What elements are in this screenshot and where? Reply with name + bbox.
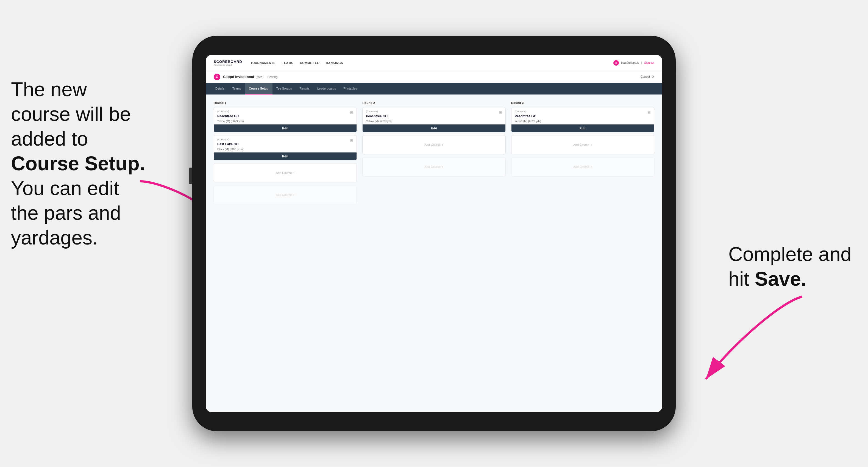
tablet-screen: SCOREBOARD Powered by clippd TOURNAMENTS… bbox=[206, 55, 662, 412]
sub-nav: Details Teams Course Setup Tee Groups Re… bbox=[206, 83, 662, 94]
annotation-right: Complete and hit Save. bbox=[728, 242, 851, 291]
round-2-add-course-2: Add Course + bbox=[362, 157, 505, 176]
tablet-side-button bbox=[189, 167, 192, 184]
round-3-label: Round 3 bbox=[511, 101, 654, 104]
add-plus-icon-r2-2: + bbox=[442, 165, 443, 168]
round-3-course-a-detail: Yellow (M) (6629 yds) bbox=[515, 120, 541, 123]
top-nav: SCOREBOARD Powered by clippd TOURNAMENTS… bbox=[206, 55, 662, 71]
tournament-hosting: Hosting bbox=[267, 75, 277, 79]
tab-details[interactable]: Details bbox=[212, 83, 228, 94]
tournament-logo: C bbox=[214, 73, 220, 80]
tournament-bar: C Clippd Invitational (Men) Hosting Canc… bbox=[206, 71, 662, 83]
nav-right: B blair@clippd.io | Sign out bbox=[613, 60, 654, 66]
cancel-button[interactable]: Cancel ✕ bbox=[641, 75, 654, 79]
cancel-x-icon: ✕ bbox=[652, 75, 654, 78]
nav-links: TOURNAMENTS TEAMS COMMITTEE RANKINGS bbox=[250, 61, 613, 65]
round-2-course-a-delete-icon[interactable]: ⊟ bbox=[499, 110, 502, 115]
round-2-course-a-name: Peachtree GC bbox=[366, 114, 388, 118]
round-3-add-course-2: Add Course + bbox=[511, 157, 654, 176]
round-1-course-a-detail: Yellow (M) (6629 yds) bbox=[217, 120, 244, 123]
annotation-right-bold: Save. bbox=[755, 268, 806, 290]
nav-rankings[interactable]: RANKINGS bbox=[326, 61, 343, 65]
tournament-name: Clippd Invitational bbox=[223, 75, 254, 79]
round-1-column: Round 1 (Course A) Peachtree GC Yellow (… bbox=[214, 101, 357, 207]
round-2-course-a-detail: Yellow (M) (6629 yds) bbox=[366, 120, 392, 123]
tournament-gender: (Men) bbox=[256, 75, 264, 79]
round-1-add-course-2: Add Course + bbox=[214, 185, 357, 205]
annotation-left: The new course will be added to Course S… bbox=[11, 77, 145, 250]
round-1-course-b-edit-button[interactable]: Edit bbox=[214, 152, 356, 160]
round-1-course-a-edit-button[interactable]: Edit bbox=[214, 124, 356, 132]
round-1-label: Round 1 bbox=[214, 101, 357, 104]
annotation-line3: added to bbox=[11, 128, 88, 150]
annotation-right-line1: Complete and bbox=[728, 243, 851, 265]
annotation-line2: course will be bbox=[11, 103, 131, 125]
arrow-right bbox=[698, 291, 808, 384]
round-1-course-b-tag: (Course B) bbox=[217, 138, 243, 141]
tablet-frame: SCOREBOARD Powered by clippd TOURNAMENTS… bbox=[192, 36, 676, 431]
round-1-course-b-name: East Lake GC bbox=[217, 142, 239, 146]
annotation-line1: The new bbox=[11, 78, 87, 100]
user-avatar: B bbox=[613, 60, 619, 66]
rounds-grid: Round 1 (Course A) Peachtree GC Yellow (… bbox=[214, 101, 654, 207]
round-3-column: Round 3 (Course A) Peachtree GC Yellow (… bbox=[511, 101, 654, 207]
round-1-course-a-card: (Course A) Peachtree GC Yellow (M) (6629… bbox=[214, 107, 357, 132]
round-1-course-a-name: Peachtree GC bbox=[217, 114, 239, 118]
round-3-course-a-card: (Course A) Peachtree GC Yellow (M) (6629… bbox=[511, 107, 654, 132]
nav-tournaments[interactable]: TOURNAMENTS bbox=[250, 61, 276, 65]
annotation-bold: Course Setup. bbox=[11, 152, 145, 175]
tab-leaderboards[interactable]: Leaderboards bbox=[313, 83, 340, 94]
nav-separator: | bbox=[641, 61, 642, 64]
round-2-course-a-edit-button[interactable]: Edit bbox=[363, 124, 505, 132]
round-2-course-a-tag: (Course A) bbox=[366, 110, 392, 113]
round-3-add-course-1[interactable]: Add Course + bbox=[511, 135, 654, 154]
logo-scoreboard: SCOREBOARD bbox=[214, 60, 242, 64]
logo-area: SCOREBOARD Powered by clippd bbox=[214, 60, 242, 66]
sign-out-link[interactable]: Sign out bbox=[644, 61, 654, 64]
add-plus-icon-r1-1: + bbox=[293, 171, 294, 175]
round-2-column: Round 2 (Course A) Peachtree GC Yellow (… bbox=[362, 101, 505, 207]
tab-printables[interactable]: Printables bbox=[340, 83, 361, 94]
round-2-course-a-card: (Course A) Peachtree GC Yellow (M) (6629… bbox=[362, 107, 505, 132]
tab-results[interactable]: Results bbox=[296, 83, 313, 94]
round-3-course-a-delete-icon[interactable]: ⊟ bbox=[647, 110, 651, 115]
add-plus-icon-r3-1: + bbox=[590, 143, 592, 147]
round-2-label: Round 2 bbox=[362, 101, 505, 104]
round-1-course-b-detail: Black (M) (6891 yds) bbox=[217, 148, 243, 151]
logo-powered: Powered by clippd bbox=[214, 64, 242, 66]
round-1-course-a-tag: (Course A) bbox=[217, 110, 244, 113]
annotation-right-line2: hit bbox=[728, 268, 755, 290]
add-plus-icon-r2-1: + bbox=[442, 143, 443, 147]
user-email: blair@clippd.io bbox=[621, 61, 639, 64]
nav-committee[interactable]: COMMITTEE bbox=[300, 61, 319, 65]
tab-tee-groups[interactable]: Tee Groups bbox=[273, 83, 296, 94]
tab-teams[interactable]: Teams bbox=[228, 83, 245, 94]
add-plus-icon-r3-2: + bbox=[590, 165, 592, 168]
add-plus-icon-r1-2: + bbox=[293, 193, 294, 196]
round-2-add-course-1[interactable]: Add Course + bbox=[362, 135, 505, 154]
round-1-course-a-delete-icon[interactable]: ⊟ bbox=[350, 110, 353, 115]
nav-teams[interactable]: TEAMS bbox=[282, 61, 293, 65]
round-3-course-a-name: Peachtree GC bbox=[515, 114, 536, 118]
tab-course-setup[interactable]: Course Setup bbox=[245, 83, 273, 94]
round-1-course-b-delete-icon[interactable]: ⊟ bbox=[350, 138, 353, 143]
round-1-course-b-card: (Course B) East Lake GC Black (M) (6891 … bbox=[214, 135, 357, 160]
round-3-course-a-tag: (Course A) bbox=[515, 110, 541, 113]
round-3-course-a-edit-button[interactable]: Edit bbox=[512, 124, 654, 132]
round-1-add-course-1[interactable]: Add Course + bbox=[214, 163, 357, 182]
annotation-line5: the pars and bbox=[11, 202, 121, 224]
annotation-line4: You can edit bbox=[11, 177, 119, 199]
annotation-line6: yardages. bbox=[11, 227, 98, 249]
main-content: Round 1 (Course A) Peachtree GC Yellow (… bbox=[206, 94, 662, 412]
